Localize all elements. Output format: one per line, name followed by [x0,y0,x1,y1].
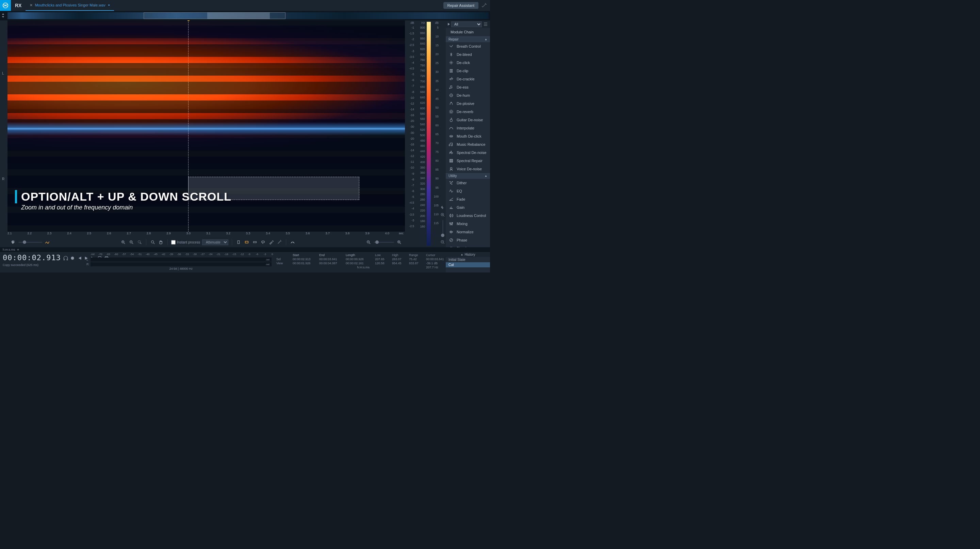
close-icon[interactable]: ✕ [30,3,33,8]
module-gain[interactable]: Gain [446,203,490,212]
info2-range-1[interactable]: 75.42 [409,257,423,261]
lasso-tool-icon[interactable] [260,239,266,245]
info2-hdr-cursor: Cursor [426,254,443,257]
overview-track[interactable] [8,12,488,19]
info2-high-2[interactable]: 954.45 [392,262,406,265]
spectrogram-view-icon[interactable] [44,239,50,245]
info-sel-start[interactable]: 00:00:02.913 [293,257,317,261]
module-de-click[interactable]: De-click [446,59,490,67]
module-chain-row[interactable]: Module Chain [446,28,490,37]
module-plug-in[interactable]: Plug-in [446,244,490,247]
module-phase[interactable]: Phase [446,236,490,244]
module-de-clip[interactable]: De-clip [446,67,490,75]
module-de-reverb[interactable]: De-reverb [446,108,490,116]
time-tick: 4.0 [385,231,390,235]
module-de-bleed[interactable]: De-bleed [446,50,490,59]
info-view-length[interactable]: 00:00:02.161 [346,262,369,265]
repair-assistant-button[interactable]: Repair Assistant [443,2,479,9]
list-view-icon[interactable] [483,22,488,27]
time-select-tool-icon[interactable] [235,239,242,245]
module-de-plosive[interactable]: De-plosive [446,99,490,108]
freq-tick: 280 [420,192,425,196]
amp-tick: -4 [411,207,414,210]
spectrogram-view[interactable]: OPTION/ALT + UP & DOWN SCROLL Zoom in an… [8,21,405,231]
section-utility-header[interactable]: Utility ▲ [446,173,490,179]
zoom-in-h-icon[interactable] [396,239,402,245]
history-header[interactable]: ▲ History [446,252,490,257]
info-sel-length[interactable]: 00:00:00.928 [346,257,369,261]
zoom-v-slider[interactable] [442,220,443,237]
zoom-out-icon[interactable] [128,239,134,245]
headphones-icon[interactable] [63,255,68,261]
module-mouth-de-click[interactable]: Mouth De-click [446,132,490,140]
vertical-scroll-icon[interactable] [0,13,6,19]
module-guitar-de-noise[interactable]: Guitar De-noise [446,116,490,124]
info-view-end[interactable]: 00:00:04.087 [319,262,343,265]
mouth-de-click-icon [449,134,454,139]
zoom-selection-icon[interactable] [137,239,143,245]
history-item[interactable]: Cut [446,262,490,267]
section-repair-header[interactable]: Repair ▲ [446,37,490,42]
attenuate-select[interactable]: Attenuate [202,239,228,245]
info2-cursor-1[interactable]: 00:00:03.841 [426,257,443,261]
overview-strip[interactable] [0,11,490,21]
module-music-rebalance[interactable]: Music Rebalance [446,140,490,148]
overview-selection[interactable] [207,12,270,19]
info2-low-1[interactable]: 207.65 [375,257,389,261]
interpolate-icon [449,125,454,131]
instant-process-checkbox[interactable]: Instant process [171,240,200,244]
info2-low-2[interactable]: 120.58 [375,262,389,265]
module-voice-de-noise[interactable]: Voice De-noise [446,165,490,173]
rewind-icon[interactable] [76,255,82,261]
module-loudness-control[interactable]: Loudness Control [446,212,490,220]
brush-tool-icon[interactable] [268,239,274,245]
module-spectral-repair[interactable]: Spectral Repair [446,156,490,165]
freq-tick: 720 [420,74,425,78]
zoom-slider-h[interactable] [374,242,394,243]
opacity-slider-left[interactable] [18,242,42,243]
zoom-v-out-icon[interactable] [440,240,445,244]
module-de-ess[interactable]: sDe-ess [446,83,490,91]
waveform-view-icon[interactable] [10,239,16,245]
module-eq[interactable]: EQ [446,187,490,195]
history-item[interactable]: Initial State [446,257,490,262]
module-breath-control[interactable]: Breath Control [446,42,490,50]
playhead-marker-icon[interactable] [187,21,190,21]
freq-select-tool-icon[interactable] [252,239,258,245]
module-de-hum[interactable]: De-hum [446,91,490,99]
time-ruler[interactable]: sec 2.12.22.32.42.52.62.72.82.93.03.13.2… [8,231,405,237]
freq-tick: 460 [420,144,425,147]
info2-cursor-3[interactable]: 207.7 Hz [426,266,443,269]
freq-tick: 860 [420,37,425,40]
curve-tool-icon[interactable] [290,239,296,245]
info2-range-2[interactable]: 833.87 [409,262,423,265]
info2-high-1[interactable]: 283.07 [392,257,406,261]
info2-cursor-2[interactable]: -39.1 dB [426,262,443,265]
wand-tool-icon[interactable] [276,239,282,245]
main-area: L R OPTION/ALT + UP & DOWN SCROLL Zoom i… [0,21,490,247]
meter-l-value: -Inf. [266,258,270,261]
zoom-v-in-icon[interactable] [440,212,445,217]
module-mixing[interactable]: Mixing [446,220,490,228]
module-spectral-de-noise[interactable]: Spectral De-noise [446,148,490,156]
grab-tool-icon[interactable] [158,239,164,245]
module-dither[interactable]: Dither [446,179,490,187]
wand-icon[interactable] [481,2,487,8]
module-de-crackle[interactable]: De-crackle [446,75,490,83]
filter-select[interactable]: All [451,21,482,27]
zoom-v-waveform-icon[interactable] [440,205,445,210]
zoom-out-h-icon[interactable] [366,239,372,245]
module-normalize[interactable]: Normalize [446,228,490,236]
file-tab[interactable]: ✕ Mouthclicks and Plosives Singer Male.w… [25,0,114,11]
module-interpolate[interactable]: Interpolate [446,124,490,132]
zoom-tool-icon[interactable] [150,239,156,245]
info-view-start[interactable]: 00:00:01.926 [293,262,317,265]
play-icon[interactable] [448,23,450,26]
zoom-in-icon[interactable] [120,239,126,245]
time-format-label[interactable]: h:m:s.ms [3,248,15,251]
record-icon[interactable] [70,255,75,261]
info-sel-end[interactable]: 00:00:03.841 [319,257,343,261]
favorite-icon[interactable]: ★ [17,248,19,251]
rect-select-tool-icon[interactable] [243,239,250,245]
module-fade[interactable]: Fade [446,195,490,203]
